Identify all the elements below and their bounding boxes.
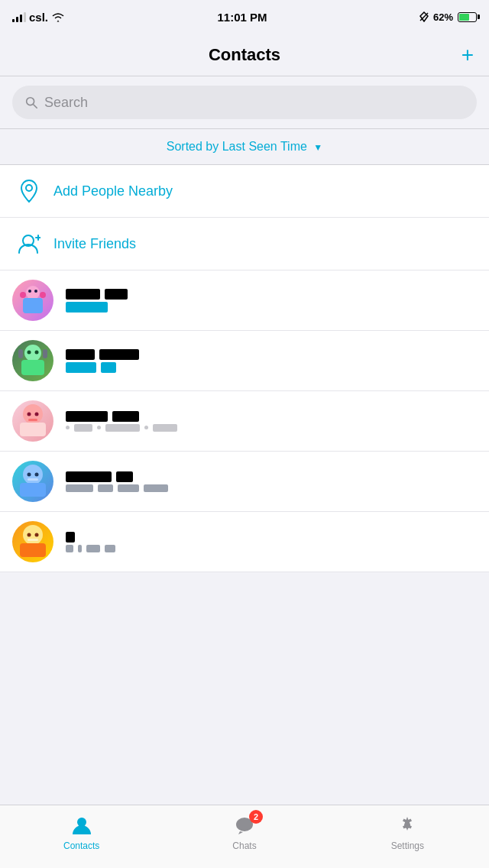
svg-rect-21 — [23, 404, 43, 424]
search-bar[interactable]: Search — [12, 86, 477, 119]
contact-status-row — [66, 362, 477, 373]
search-placeholder: Search — [44, 95, 88, 111]
contact-name-row — [66, 411, 477, 422]
sub-block-4 — [105, 545, 115, 552]
svg-rect-20 — [43, 349, 47, 358]
tab-bar: Contacts 2 Chats Settings — [0, 805, 489, 868]
svg-point-1 — [27, 98, 34, 105]
name-block-1 — [66, 289, 100, 300]
status-right: 62% — [419, 11, 477, 23]
svg-line-2 — [34, 105, 37, 108]
svg-rect-10 — [40, 292, 46, 298]
invite-friends-item[interactable]: Invite Friends — [0, 218, 489, 270]
contacts-tab-label: Contacts — [63, 840, 99, 851]
svg-point-11 — [28, 290, 31, 293]
svg-rect-31 — [23, 525, 43, 545]
add-contact-button[interactable]: + — [461, 44, 474, 66]
name-block-1 — [66, 471, 112, 482]
svg-rect-27 — [20, 483, 46, 497]
svg-rect-26 — [23, 465, 43, 484]
svg-rect-9 — [20, 292, 26, 298]
svg-rect-32 — [20, 543, 46, 557]
sub-block-1 — [74, 424, 92, 432]
list-item[interactable] — [0, 331, 489, 391]
name-block-2 — [112, 411, 139, 422]
chats-tab-icon-wrap: 2 — [232, 813, 257, 837]
list-item[interactable] — [0, 452, 489, 512]
contact-info — [66, 289, 477, 313]
svg-rect-7 — [26, 286, 40, 300]
sub-block-3 — [118, 484, 139, 492]
battery-percent: 62% — [433, 11, 453, 23]
gear-icon — [397, 815, 418, 836]
svg-point-3 — [26, 185, 32, 191]
avatar — [12, 461, 53, 502]
location-icon — [419, 11, 429, 22]
page-title: Contacts — [209, 45, 280, 65]
svg-rect-22 — [20, 423, 46, 436]
sub-block-2 — [105, 424, 140, 432]
svg-rect-35 — [28, 539, 38, 541]
sort-row[interactable]: Sorted by Last Seen Time ▼ — [0, 129, 489, 164]
tab-chats[interactable]: 2 Chats — [163, 813, 325, 851]
svg-rect-8 — [23, 298, 43, 313]
carrier-label: csl. — [29, 11, 48, 24]
contact-status-row — [66, 484, 477, 492]
svg-point-24 — [35, 413, 39, 416]
person-icon — [71, 815, 92, 836]
list-item[interactable] — [0, 512, 489, 572]
name-block-2 — [116, 471, 133, 482]
tab-contacts[interactable]: Contacts — [0, 813, 163, 851]
contact-name-row — [66, 532, 477, 542]
svg-rect-25 — [28, 419, 37, 421]
signal-bars-icon — [12, 11, 26, 22]
name-block-1 — [66, 349, 95, 360]
svg-rect-18 — [28, 356, 38, 358]
dot-1 — [66, 426, 70, 429]
svg-point-29 — [35, 473, 39, 477]
contact-info — [66, 411, 477, 432]
list-item[interactable] — [0, 391, 489, 452]
sort-arrow-icon: ▼ — [313, 142, 322, 153]
svg-point-17 — [35, 351, 39, 355]
sub-block-2 — [78, 545, 82, 552]
avatar — [12, 340, 53, 381]
search-icon — [24, 96, 38, 109]
settings-tab-label: Settings — [391, 840, 424, 851]
chats-tab-label: Chats — [232, 840, 256, 851]
location-pin-icon — [15, 177, 43, 205]
name-block-1 — [66, 411, 108, 422]
svg-rect-14 — [24, 345, 41, 361]
svg-point-34 — [35, 533, 39, 537]
tab-settings[interactable]: Settings — [326, 813, 489, 851]
contact-name-row — [66, 471, 477, 482]
sub-block-3 — [153, 424, 177, 432]
svg-point-12 — [34, 290, 37, 293]
contacts-tab-icon-wrap — [70, 813, 94, 837]
contact-info — [66, 532, 477, 552]
invite-friends-label: Invite Friends — [53, 236, 136, 252]
settings-tab-icon-wrap — [395, 813, 419, 837]
status-bar: csl. 11:01 PM 62% — [0, 0, 489, 34]
svg-point-33 — [28, 533, 31, 537]
dot-3 — [144, 426, 148, 429]
sub-block-3 — [86, 545, 100, 552]
add-people-nearby-item[interactable]: Add People Nearby — [0, 165, 489, 218]
time-label: 11:01 PM — [217, 11, 267, 24]
status-block-2 — [101, 362, 116, 373]
page-header: Contacts + — [0, 34, 489, 76]
sort-label-text: Sorted by Last Seen Time — [167, 140, 307, 153]
invite-friends-icon — [15, 230, 43, 257]
contact-status-row — [66, 302, 477, 313]
svg-point-28 — [28, 473, 31, 477]
svg-rect-15 — [21, 360, 44, 375]
contacts-list: Add People Nearby Invite Friends — [0, 164, 489, 572]
contact-status-row — [66, 545, 477, 552]
contact-name-row — [66, 289, 477, 300]
list-item[interactable] — [0, 270, 489, 331]
svg-rect-30 — [28, 478, 38, 481]
battery-icon — [458, 12, 477, 22]
sub-block-1 — [66, 484, 93, 492]
status-block — [66, 362, 96, 373]
svg-point-16 — [28, 351, 31, 355]
